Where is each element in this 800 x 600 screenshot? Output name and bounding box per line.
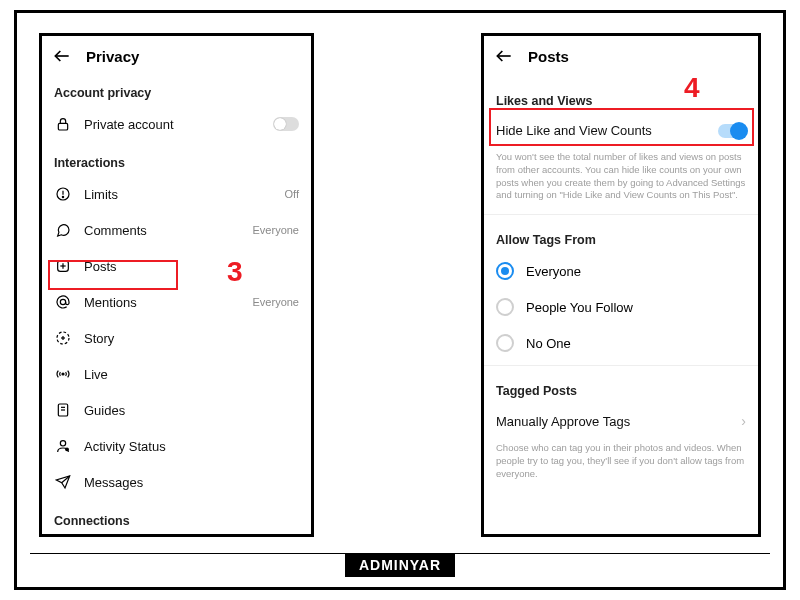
row-value: Off (285, 188, 299, 200)
section-likes-views: Likes and Views (484, 72, 758, 114)
row-label: Posts (84, 259, 299, 274)
row-value: Everyone (253, 296, 299, 308)
radio-no-one[interactable]: No One (484, 325, 758, 361)
row-label: Messages (84, 475, 299, 490)
row-label: Guides (84, 403, 299, 418)
radio-label: No One (526, 336, 571, 351)
live-icon (54, 365, 72, 383)
manually-approve-label: Manually Approve Tags (496, 414, 729, 429)
svg-point-12 (62, 373, 64, 375)
back-arrow-icon[interactable] (52, 46, 72, 66)
row-limits[interactable]: Limits Off (42, 176, 311, 212)
brand-bar: ADMINYAR (30, 553, 770, 577)
divider (484, 214, 758, 215)
row-activity-status[interactable]: Activity Status (42, 428, 311, 464)
private-account-label: Private account (84, 117, 261, 132)
svg-point-4 (62, 196, 63, 197)
row-comments[interactable]: Comments Everyone (42, 212, 311, 248)
step-number-4: 4 (684, 72, 700, 104)
guides-icon (54, 401, 72, 419)
lock-icon (54, 115, 72, 133)
private-account-toggle[interactable] (273, 117, 299, 131)
hide-counts-description: You won't see the total number of likes … (484, 147, 758, 210)
radio-icon (496, 262, 514, 280)
mention-icon (54, 293, 72, 311)
step-number-3: 3 (227, 256, 243, 288)
row-label: Mentions (84, 295, 241, 310)
comment-icon (54, 221, 72, 239)
row-live[interactable]: Live (42, 356, 311, 392)
hide-counts-toggle[interactable] (718, 124, 746, 138)
row-label: Limits (84, 187, 273, 202)
section-allow-tags: Allow Tags From (484, 219, 758, 253)
divider (484, 365, 758, 366)
phone-right: Posts Likes and Views Hide Like and View… (481, 33, 761, 537)
hide-counts-row[interactable]: Hide Like and View Counts (484, 114, 758, 147)
phone-header: Posts (484, 36, 758, 72)
section-connections: Connections (42, 500, 311, 534)
row-label: Live (84, 367, 299, 382)
phone-header: Privacy (42, 36, 311, 72)
svg-point-8 (60, 299, 65, 304)
section-interactions: Interactions (42, 142, 311, 176)
radio-everyone[interactable]: Everyone (484, 253, 758, 289)
phone-left: Privacy Account privacy Private account … (39, 33, 314, 537)
row-messages[interactable]: Messages (42, 464, 311, 500)
tutorial-frame: Privacy Account privacy Private account … (14, 10, 786, 590)
messages-icon (54, 473, 72, 491)
tagged-description: Choose who can tag you in their photos a… (484, 438, 758, 488)
row-value: Everyone (253, 224, 299, 236)
activity-icon (54, 437, 72, 455)
back-arrow-icon[interactable] (494, 46, 514, 66)
row-posts[interactable]: Posts (42, 248, 311, 284)
section-account-privacy: Account privacy (42, 72, 311, 106)
section-tagged-posts: Tagged Posts (484, 370, 758, 404)
radio-label: People You Follow (526, 300, 633, 315)
radio-people-you-follow[interactable]: People You Follow (484, 289, 758, 325)
page-title: Posts (528, 48, 569, 65)
row-story[interactable]: Story (42, 320, 311, 356)
chevron-right-icon: › (741, 413, 746, 429)
row-label: Comments (84, 223, 241, 238)
svg-rect-1 (58, 123, 67, 130)
radio-label: Everyone (526, 264, 581, 279)
brand-label: ADMINYAR (345, 553, 455, 577)
posts-icon (54, 257, 72, 275)
row-label: Story (84, 331, 299, 346)
private-account-row[interactable]: Private account (42, 106, 311, 142)
hide-counts-label: Hide Like and View Counts (496, 123, 706, 138)
row-mentions[interactable]: Mentions Everyone (42, 284, 311, 320)
radio-icon (496, 334, 514, 352)
svg-point-16 (60, 441, 65, 446)
row-guides[interactable]: Guides (42, 392, 311, 428)
story-icon (54, 329, 72, 347)
bottom-nav (42, 534, 311, 537)
manually-approve-row[interactable]: Manually Approve Tags › (484, 404, 758, 438)
radio-icon (496, 298, 514, 316)
row-label: Activity Status (84, 439, 299, 454)
svg-point-17 (66, 448, 69, 451)
phones-row: Privacy Account privacy Private account … (17, 13, 783, 538)
limits-icon (54, 185, 72, 203)
page-title: Privacy (86, 48, 139, 65)
